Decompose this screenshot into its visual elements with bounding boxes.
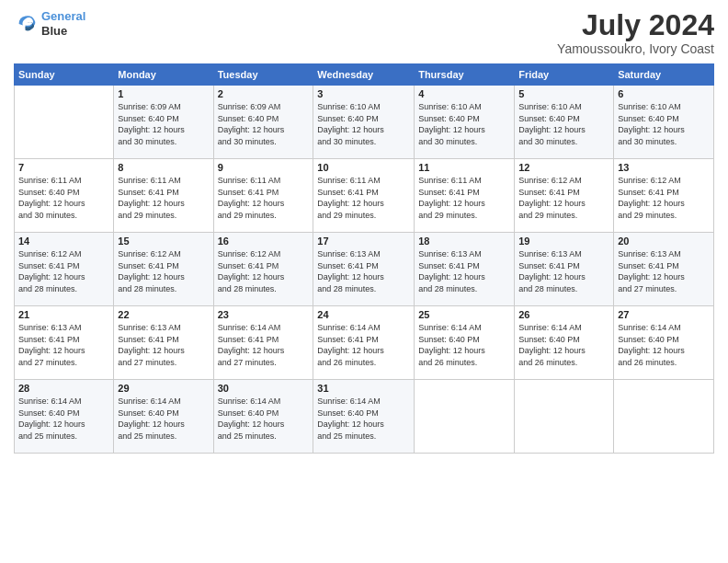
calendar-cell [515, 380, 614, 454]
day-info: Sunrise: 6:12 AM Sunset: 6:41 PM Dayligh… [618, 175, 710, 221]
calendar-cell: 3Sunrise: 6:10 AM Sunset: 6:40 PM Daylig… [313, 86, 415, 159]
calendar-header-wednesday: Wednesday [313, 64, 415, 86]
calendar-header-thursday: Thursday [415, 64, 515, 86]
calendar-header-row: SundayMondayTuesdayWednesdayThursdayFrid… [15, 64, 714, 86]
day-info: Sunrise: 6:14 AM Sunset: 6:40 PM Dayligh… [518, 322, 609, 368]
calendar-cell: 21Sunrise: 6:13 AM Sunset: 6:41 PM Dayli… [15, 306, 114, 380]
day-number: 29 [118, 383, 209, 394]
calendar-header-tuesday: Tuesday [213, 64, 313, 86]
day-info: Sunrise: 6:12 AM Sunset: 6:41 PM Dayligh… [218, 248, 310, 294]
calendar-cell [415, 380, 515, 454]
calendar-cell: 9Sunrise: 6:11 AM Sunset: 6:41 PM Daylig… [213, 159, 313, 233]
day-number: 31 [317, 383, 410, 394]
day-number: 15 [118, 236, 209, 247]
calendar-cell: 15Sunrise: 6:12 AM Sunset: 6:41 PM Dayli… [114, 233, 213, 306]
calendar-cell: 11Sunrise: 6:11 AM Sunset: 6:41 PM Dayli… [415, 159, 515, 233]
day-info: Sunrise: 6:11 AM Sunset: 6:41 PM Dayligh… [418, 175, 510, 221]
day-info: Sunrise: 6:09 AM Sunset: 6:40 PM Dayligh… [118, 101, 209, 147]
calendar-cell [614, 380, 714, 454]
calendar-header-sunday: Sunday [15, 64, 114, 86]
day-number: 23 [218, 309, 310, 320]
day-number: 9 [218, 162, 310, 173]
calendar-cell: 24Sunrise: 6:14 AM Sunset: 6:41 PM Dayli… [313, 306, 415, 380]
day-number: 17 [317, 236, 410, 247]
day-info: Sunrise: 6:11 AM Sunset: 6:41 PM Dayligh… [218, 175, 310, 221]
day-number: 30 [218, 383, 310, 394]
calendar-header-monday: Monday [114, 64, 213, 86]
calendar-cell: 31Sunrise: 6:14 AM Sunset: 6:40 PM Dayli… [313, 380, 415, 454]
day-number: 24 [317, 309, 410, 320]
day-info: Sunrise: 6:10 AM Sunset: 6:40 PM Dayligh… [518, 101, 609, 147]
calendar-cell: 18Sunrise: 6:13 AM Sunset: 6:41 PM Dayli… [415, 233, 515, 306]
logo-icon [14, 11, 40, 37]
day-number: 19 [518, 236, 609, 247]
day-number: 18 [418, 236, 510, 247]
day-info: Sunrise: 6:12 AM Sunset: 6:41 PM Dayligh… [18, 248, 109, 294]
day-number: 22 [118, 309, 209, 320]
calendar-week-row: 1Sunrise: 6:09 AM Sunset: 6:40 PM Daylig… [15, 86, 714, 159]
day-info: Sunrise: 6:13 AM Sunset: 6:41 PM Dayligh… [418, 248, 510, 294]
day-info: Sunrise: 6:14 AM Sunset: 6:40 PM Dayligh… [218, 396, 310, 442]
day-number: 21 [18, 309, 109, 320]
day-number: 1 [118, 88, 209, 99]
calendar-cell: 23Sunrise: 6:14 AM Sunset: 6:41 PM Dayli… [213, 306, 313, 380]
day-info: Sunrise: 6:10 AM Sunset: 6:40 PM Dayligh… [418, 101, 510, 147]
day-number: 14 [18, 236, 109, 247]
logo: General Blue [14, 9, 85, 38]
day-info: Sunrise: 6:14 AM Sunset: 6:40 PM Dayligh… [418, 322, 510, 368]
day-info: Sunrise: 6:12 AM Sunset: 6:41 PM Dayligh… [518, 175, 609, 221]
day-number: 5 [518, 88, 609, 99]
day-number: 20 [618, 236, 710, 247]
subtitle: Yamoussoukro, Ivory Coast [557, 41, 714, 56]
calendar-cell: 13Sunrise: 6:12 AM Sunset: 6:41 PM Dayli… [614, 159, 714, 233]
calendar-week-row: 14Sunrise: 6:12 AM Sunset: 6:41 PM Dayli… [15, 233, 714, 306]
day-info: Sunrise: 6:11 AM Sunset: 6:41 PM Dayligh… [118, 175, 209, 221]
calendar-cell [15, 86, 114, 159]
calendar-cell: 17Sunrise: 6:13 AM Sunset: 6:41 PM Dayli… [313, 233, 415, 306]
calendar-cell: 12Sunrise: 6:12 AM Sunset: 6:41 PM Dayli… [515, 159, 614, 233]
calendar-cell: 28Sunrise: 6:14 AM Sunset: 6:40 PM Dayli… [15, 380, 114, 454]
day-number: 11 [418, 162, 510, 173]
day-info: Sunrise: 6:11 AM Sunset: 6:40 PM Dayligh… [18, 175, 109, 221]
title-block: July 2024 Yamoussoukro, Ivory Coast [557, 9, 714, 56]
day-info: Sunrise: 6:13 AM Sunset: 6:41 PM Dayligh… [118, 322, 209, 368]
calendar-cell: 4Sunrise: 6:10 AM Sunset: 6:40 PM Daylig… [415, 86, 515, 159]
day-info: Sunrise: 6:12 AM Sunset: 6:41 PM Dayligh… [118, 248, 209, 294]
day-info: Sunrise: 6:14 AM Sunset: 6:40 PM Dayligh… [118, 396, 209, 442]
calendar-header-friday: Friday [515, 64, 614, 86]
calendar-header-saturday: Saturday [614, 64, 714, 86]
day-number: 6 [618, 88, 710, 99]
day-info: Sunrise: 6:13 AM Sunset: 6:41 PM Dayligh… [317, 248, 410, 294]
day-number: 25 [418, 309, 510, 320]
day-info: Sunrise: 6:14 AM Sunset: 6:40 PM Dayligh… [317, 396, 410, 442]
calendar-table: SundayMondayTuesdayWednesdayThursdayFrid… [14, 63, 714, 454]
calendar-cell: 29Sunrise: 6:14 AM Sunset: 6:40 PM Dayli… [114, 380, 213, 454]
calendar-cell: 1Sunrise: 6:09 AM Sunset: 6:40 PM Daylig… [114, 86, 213, 159]
calendar-cell: 10Sunrise: 6:11 AM Sunset: 6:41 PM Dayli… [313, 159, 415, 233]
day-number: 16 [218, 236, 310, 247]
calendar-cell: 27Sunrise: 6:14 AM Sunset: 6:40 PM Dayli… [614, 306, 714, 380]
day-number: 7 [18, 162, 109, 173]
header: General Blue July 2024 Yamoussoukro, Ivo… [14, 9, 714, 56]
day-number: 2 [218, 88, 310, 99]
page: General Blue July 2024 Yamoussoukro, Ivo… [0, 0, 728, 563]
calendar-cell: 6Sunrise: 6:10 AM Sunset: 6:40 PM Daylig… [614, 86, 714, 159]
main-title: July 2024 [557, 9, 714, 41]
day-number: 13 [618, 162, 710, 173]
day-info: Sunrise: 6:10 AM Sunset: 6:40 PM Dayligh… [317, 101, 410, 147]
calendar-cell: 14Sunrise: 6:12 AM Sunset: 6:41 PM Dayli… [15, 233, 114, 306]
day-info: Sunrise: 6:10 AM Sunset: 6:40 PM Dayligh… [618, 101, 710, 147]
calendar-cell: 30Sunrise: 6:14 AM Sunset: 6:40 PM Dayli… [213, 380, 313, 454]
day-info: Sunrise: 6:14 AM Sunset: 6:40 PM Dayligh… [18, 396, 109, 442]
day-number: 27 [618, 309, 710, 320]
day-info: Sunrise: 6:14 AM Sunset: 6:40 PM Dayligh… [618, 322, 710, 368]
logo-text: General Blue [41, 9, 85, 38]
calendar-cell: 2Sunrise: 6:09 AM Sunset: 6:40 PM Daylig… [213, 86, 313, 159]
calendar-cell: 26Sunrise: 6:14 AM Sunset: 6:40 PM Dayli… [515, 306, 614, 380]
calendar-cell: 25Sunrise: 6:14 AM Sunset: 6:40 PM Dayli… [415, 306, 515, 380]
calendar-week-row: 7Sunrise: 6:11 AM Sunset: 6:40 PM Daylig… [15, 159, 714, 233]
calendar-week-row: 21Sunrise: 6:13 AM Sunset: 6:41 PM Dayli… [15, 306, 714, 380]
day-info: Sunrise: 6:13 AM Sunset: 6:41 PM Dayligh… [618, 248, 710, 294]
calendar-cell: 22Sunrise: 6:13 AM Sunset: 6:41 PM Dayli… [114, 306, 213, 380]
day-info: Sunrise: 6:11 AM Sunset: 6:41 PM Dayligh… [317, 175, 410, 221]
